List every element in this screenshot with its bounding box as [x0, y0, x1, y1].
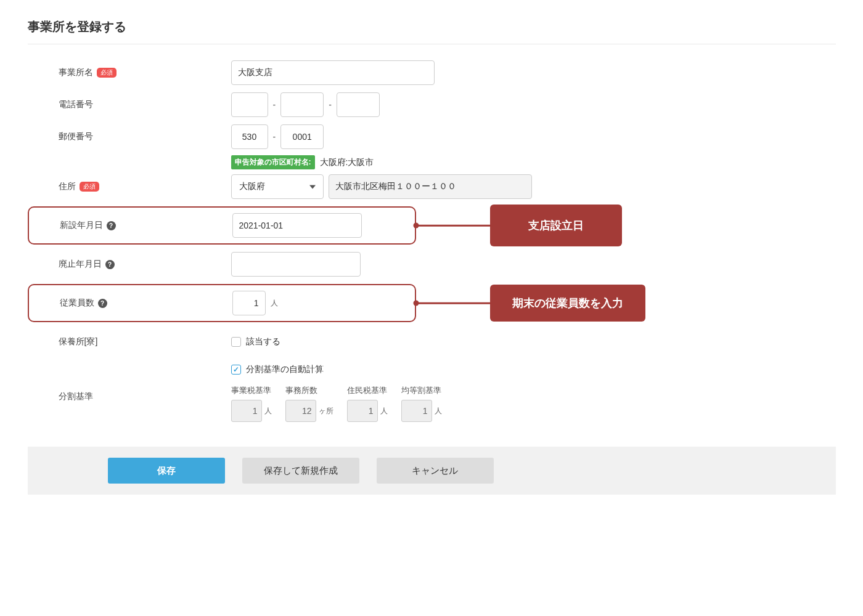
dash: -	[273, 100, 276, 110]
save-button[interactable]: 保存	[108, 458, 225, 484]
postal-2-input[interactable]	[280, 124, 324, 149]
phone-1-input[interactable]	[231, 92, 268, 117]
pref-select[interactable]: 大阪府	[231, 174, 324, 199]
row-split: 分割基準 分割基準の自動計算 事業税基準 人 事務所数	[28, 358, 836, 428]
address-input[interactable]	[329, 174, 532, 199]
label-split: 分割基準	[59, 391, 93, 402]
postal-1-input[interactable]	[231, 124, 268, 149]
hdr-ofc: 事務所数	[285, 385, 333, 396]
unit: 人	[264, 406, 272, 416]
page-title: 事業所を登録する	[28, 12, 836, 44]
callout-est: 支店設立日	[490, 205, 622, 246]
save-new-button[interactable]: 保存して新規作成	[242, 458, 359, 484]
pref-value: 大阪府	[239, 181, 265, 192]
hdr-biz: 事業税基準	[231, 385, 272, 396]
row-office-name: 事業所名 必須	[28, 57, 836, 89]
abo-date-input[interactable]	[231, 252, 361, 277]
dash: -	[273, 132, 276, 142]
row-abo-date: 廃止年月日 ?	[28, 248, 836, 280]
label-employees: 従業員数	[60, 298, 94, 309]
callout-emp: 期末の従業員数を入力	[490, 285, 645, 322]
unit-person: 人	[271, 298, 278, 309]
cancel-button[interactable]: キャンセル	[377, 458, 494, 484]
muni-value: 大阪府:大阪市	[320, 157, 374, 168]
label-est-date: 新設年月日	[60, 220, 103, 231]
dash: -	[329, 100, 332, 110]
autocalc-label: 分割基準の自動計算	[246, 364, 324, 375]
hdr-res: 住民税基準	[347, 385, 388, 396]
unit: 人	[435, 406, 442, 416]
label-phone: 電話番号	[59, 99, 93, 110]
biz-input	[231, 400, 262, 422]
muni-tag: 申告対象の市区町村名:	[231, 155, 315, 169]
label-abo-date: 廃止年月日	[59, 259, 102, 270]
office-name-input[interactable]	[231, 60, 435, 85]
label-dorm: 保養所[寮]	[59, 336, 98, 347]
footer: 保存 保存して新規作成 キャンセル	[28, 447, 836, 495]
row-address: 住所 必須 大阪府	[28, 171, 836, 203]
help-icon[interactable]: ?	[107, 221, 116, 230]
unit: 人	[380, 406, 388, 416]
ofc-input	[285, 400, 316, 422]
label-postal: 郵便番号	[59, 131, 93, 142]
help-icon[interactable]: ?	[98, 299, 107, 308]
label-address: 住所	[59, 181, 76, 192]
hdr-eq: 均等割基準	[401, 385, 442, 396]
help-icon[interactable]: ?	[105, 260, 115, 269]
row-employees-wrap: 従業員数 ? 人 期末の従業員数を入力	[28, 284, 836, 322]
required-badge: 必須	[80, 182, 99, 192]
row-phone: 電話番号 - -	[28, 89, 836, 121]
row-est-date-wrap: 新設年月日 ? 支店設立日	[28, 206, 836, 245]
phone-3-input[interactable]	[337, 92, 380, 117]
dorm-checkbox[interactable]	[231, 337, 241, 347]
row-muni: 申告対象の市区町村名: 大阪府:大阪市	[28, 153, 836, 171]
unit: ヶ所	[319, 406, 333, 416]
employees-input[interactable]	[232, 291, 266, 315]
phone-2-input[interactable]	[280, 92, 324, 117]
label-office-name: 事業所名	[59, 67, 93, 78]
required-badge: 必須	[97, 68, 117, 78]
eq-input	[401, 400, 432, 422]
autocalc-checkbox[interactable]	[231, 365, 241, 375]
res-input	[347, 400, 378, 422]
est-date-input[interactable]	[232, 213, 362, 238]
row-postal: 郵便番号 -	[28, 121, 836, 153]
row-dorm: 保養所[寮] 該当する	[28, 326, 836, 358]
dorm-text: 該当する	[246, 336, 280, 347]
